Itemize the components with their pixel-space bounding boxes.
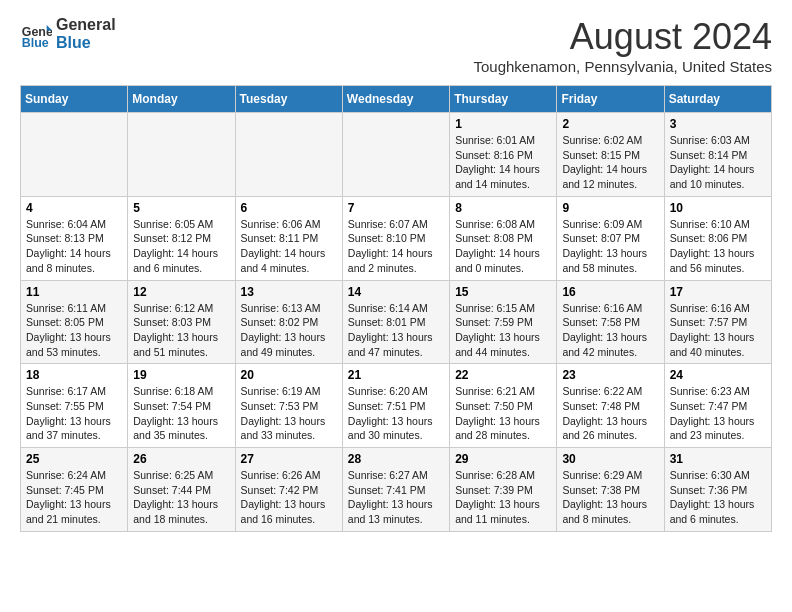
calendar-cell (342, 113, 449, 197)
calendar-cell: 24Sunrise: 6:23 AM Sunset: 7:47 PM Dayli… (664, 364, 771, 448)
calendar-cell: 30Sunrise: 6:29 AM Sunset: 7:38 PM Dayli… (557, 448, 664, 532)
day-info: Sunrise: 6:06 AM Sunset: 8:11 PM Dayligh… (241, 217, 337, 276)
logo-icon: General Blue (20, 18, 52, 50)
day-number: 20 (241, 368, 337, 382)
calendar-cell: 27Sunrise: 6:26 AM Sunset: 7:42 PM Dayli… (235, 448, 342, 532)
day-info: Sunrise: 6:19 AM Sunset: 7:53 PM Dayligh… (241, 384, 337, 443)
day-info: Sunrise: 6:21 AM Sunset: 7:50 PM Dayligh… (455, 384, 551, 443)
calendar-cell: 16Sunrise: 6:16 AM Sunset: 7:58 PM Dayli… (557, 280, 664, 364)
calendar-cell: 3Sunrise: 6:03 AM Sunset: 8:14 PM Daylig… (664, 113, 771, 197)
calendar-cell: 6Sunrise: 6:06 AM Sunset: 8:11 PM Daylig… (235, 196, 342, 280)
day-number: 18 (26, 368, 122, 382)
day-number: 15 (455, 285, 551, 299)
location-subtitle: Toughkenamon, Pennsylvania, United State… (473, 58, 772, 75)
day-number: 27 (241, 452, 337, 466)
day-number: 16 (562, 285, 658, 299)
calendar-cell: 14Sunrise: 6:14 AM Sunset: 8:01 PM Dayli… (342, 280, 449, 364)
day-info: Sunrise: 6:05 AM Sunset: 8:12 PM Dayligh… (133, 217, 229, 276)
day-number: 22 (455, 368, 551, 382)
logo: General Blue General Blue (20, 16, 116, 51)
calendar-cell (128, 113, 235, 197)
day-info: Sunrise: 6:22 AM Sunset: 7:48 PM Dayligh… (562, 384, 658, 443)
day-number: 4 (26, 201, 122, 215)
day-info: Sunrise: 6:15 AM Sunset: 7:59 PM Dayligh… (455, 301, 551, 360)
calendar-cell: 1Sunrise: 6:01 AM Sunset: 8:16 PM Daylig… (450, 113, 557, 197)
day-number: 21 (348, 368, 444, 382)
calendar-cell: 13Sunrise: 6:13 AM Sunset: 8:02 PM Dayli… (235, 280, 342, 364)
weekday-row: SundayMondayTuesdayWednesdayThursdayFrid… (21, 86, 772, 113)
calendar-cell: 21Sunrise: 6:20 AM Sunset: 7:51 PM Dayli… (342, 364, 449, 448)
day-number: 23 (562, 368, 658, 382)
calendar-cell: 4Sunrise: 6:04 AM Sunset: 8:13 PM Daylig… (21, 196, 128, 280)
calendar-cell: 11Sunrise: 6:11 AM Sunset: 8:05 PM Dayli… (21, 280, 128, 364)
calendar-week-4: 18Sunrise: 6:17 AM Sunset: 7:55 PM Dayli… (21, 364, 772, 448)
day-number: 6 (241, 201, 337, 215)
day-number: 1 (455, 117, 551, 131)
day-info: Sunrise: 6:25 AM Sunset: 7:44 PM Dayligh… (133, 468, 229, 527)
calendar-body: 1Sunrise: 6:01 AM Sunset: 8:16 PM Daylig… (21, 113, 772, 532)
day-number: 26 (133, 452, 229, 466)
calendar-cell: 5Sunrise: 6:05 AM Sunset: 8:12 PM Daylig… (128, 196, 235, 280)
day-number: 28 (348, 452, 444, 466)
day-info: Sunrise: 6:30 AM Sunset: 7:36 PM Dayligh… (670, 468, 766, 527)
day-info: Sunrise: 6:20 AM Sunset: 7:51 PM Dayligh… (348, 384, 444, 443)
day-info: Sunrise: 6:04 AM Sunset: 8:13 PM Dayligh… (26, 217, 122, 276)
day-info: Sunrise: 6:02 AM Sunset: 8:15 PM Dayligh… (562, 133, 658, 192)
day-number: 24 (670, 368, 766, 382)
calendar-cell: 17Sunrise: 6:16 AM Sunset: 7:57 PM Dayli… (664, 280, 771, 364)
day-info: Sunrise: 6:10 AM Sunset: 8:06 PM Dayligh… (670, 217, 766, 276)
calendar-cell (235, 113, 342, 197)
day-number: 29 (455, 452, 551, 466)
day-number: 8 (455, 201, 551, 215)
day-number: 14 (348, 285, 444, 299)
day-number: 3 (670, 117, 766, 131)
day-info: Sunrise: 6:08 AM Sunset: 8:08 PM Dayligh… (455, 217, 551, 276)
calendar-cell (21, 113, 128, 197)
day-info: Sunrise: 6:07 AM Sunset: 8:10 PM Dayligh… (348, 217, 444, 276)
calendar-cell: 31Sunrise: 6:30 AM Sunset: 7:36 PM Dayli… (664, 448, 771, 532)
calendar-cell: 10Sunrise: 6:10 AM Sunset: 8:06 PM Dayli… (664, 196, 771, 280)
day-number: 7 (348, 201, 444, 215)
day-number: 5 (133, 201, 229, 215)
day-info: Sunrise: 6:18 AM Sunset: 7:54 PM Dayligh… (133, 384, 229, 443)
calendar-cell: 15Sunrise: 6:15 AM Sunset: 7:59 PM Dayli… (450, 280, 557, 364)
calendar-cell: 20Sunrise: 6:19 AM Sunset: 7:53 PM Dayli… (235, 364, 342, 448)
weekday-header-thursday: Thursday (450, 86, 557, 113)
calendar-cell: 2Sunrise: 6:02 AM Sunset: 8:15 PM Daylig… (557, 113, 664, 197)
day-info: Sunrise: 6:01 AM Sunset: 8:16 PM Dayligh… (455, 133, 551, 192)
day-info: Sunrise: 6:09 AM Sunset: 8:07 PM Dayligh… (562, 217, 658, 276)
weekday-header-wednesday: Wednesday (342, 86, 449, 113)
day-number: 19 (133, 368, 229, 382)
day-info: Sunrise: 6:12 AM Sunset: 8:03 PM Dayligh… (133, 301, 229, 360)
title-block: August 2024 Toughkenamon, Pennsylvania, … (473, 16, 772, 75)
day-info: Sunrise: 6:13 AM Sunset: 8:02 PM Dayligh… (241, 301, 337, 360)
day-number: 25 (26, 452, 122, 466)
day-info: Sunrise: 6:17 AM Sunset: 7:55 PM Dayligh… (26, 384, 122, 443)
calendar-cell: 23Sunrise: 6:22 AM Sunset: 7:48 PM Dayli… (557, 364, 664, 448)
day-info: Sunrise: 6:29 AM Sunset: 7:38 PM Dayligh… (562, 468, 658, 527)
day-info: Sunrise: 6:14 AM Sunset: 8:01 PM Dayligh… (348, 301, 444, 360)
calendar-week-3: 11Sunrise: 6:11 AM Sunset: 8:05 PM Dayli… (21, 280, 772, 364)
day-info: Sunrise: 6:28 AM Sunset: 7:39 PM Dayligh… (455, 468, 551, 527)
weekday-header-saturday: Saturday (664, 86, 771, 113)
day-number: 9 (562, 201, 658, 215)
calendar-cell: 12Sunrise: 6:12 AM Sunset: 8:03 PM Dayli… (128, 280, 235, 364)
day-number: 31 (670, 452, 766, 466)
day-info: Sunrise: 6:16 AM Sunset: 7:57 PM Dayligh… (670, 301, 766, 360)
day-number: 2 (562, 117, 658, 131)
calendar-cell: 22Sunrise: 6:21 AM Sunset: 7:50 PM Dayli… (450, 364, 557, 448)
month-year-title: August 2024 (473, 16, 772, 58)
day-number: 17 (670, 285, 766, 299)
calendar-cell: 9Sunrise: 6:09 AM Sunset: 8:07 PM Daylig… (557, 196, 664, 280)
day-number: 10 (670, 201, 766, 215)
weekday-header-tuesday: Tuesday (235, 86, 342, 113)
calendar-cell: 28Sunrise: 6:27 AM Sunset: 7:41 PM Dayli… (342, 448, 449, 532)
day-info: Sunrise: 6:23 AM Sunset: 7:47 PM Dayligh… (670, 384, 766, 443)
calendar-cell: 19Sunrise: 6:18 AM Sunset: 7:54 PM Dayli… (128, 364, 235, 448)
day-number: 11 (26, 285, 122, 299)
weekday-header-monday: Monday (128, 86, 235, 113)
day-info: Sunrise: 6:03 AM Sunset: 8:14 PM Dayligh… (670, 133, 766, 192)
calendar-table: SundayMondayTuesdayWednesdayThursdayFrid… (20, 85, 772, 532)
calendar-week-1: 1Sunrise: 6:01 AM Sunset: 8:16 PM Daylig… (21, 113, 772, 197)
weekday-header-friday: Friday (557, 86, 664, 113)
